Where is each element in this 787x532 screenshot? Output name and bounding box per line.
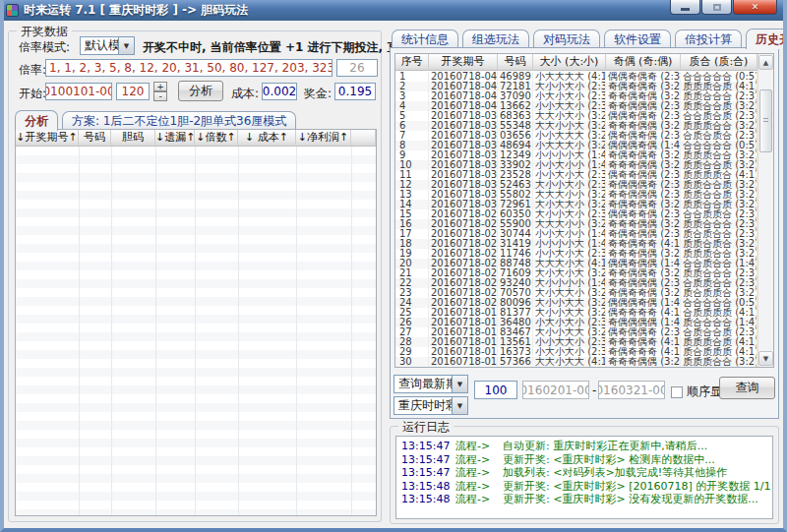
rate-sequence-input[interactable]: 1, 1, 2, 3, 5, 8, 12, 20, 31, 50, 80, 12… [45,59,333,77]
analysis-col-header[interactable]: ↓开奖期号↑ [16,130,79,147]
history-row[interactable]: 2520160718-01981377大小小大大 (3:2)偶奇奇奇奇 (4:1… [395,308,757,318]
query-mode-select[interactable]: 查询最新期数 ▼ [394,375,468,393]
history-cell: 2 [395,82,429,91]
history-cell: 大小小小小 (1:4) [533,278,606,288]
history-row[interactable]: 2120160718-02371609大小大小大 (3:2)奇奇偶偶奇 (3:2… [395,268,757,278]
query-count-input[interactable]: 100 [474,381,517,399]
log-time: 13:15:48 [401,493,455,506]
checkbox-icon[interactable] [671,386,683,398]
stepper-up-button[interactable]: + [153,82,167,91]
history-row[interactable]: 620160718-03855348大大小小大 (3:2)奇奇奇偶偶 (3:2)… [395,121,757,131]
tab-0[interactable]: 分析 [15,110,58,131]
history-row[interactable]: 1420160718-03072961大小大大小 (3:2)奇偶奇偶奇 (3:2… [395,200,757,209]
rate-count-value: 26 [349,61,364,75]
history-row[interactable]: 2720160718-01783467大小小大大 (3:2)偶奇偶偶奇 (2:3… [395,327,757,337]
rate-count-input[interactable]: 26 [336,59,378,77]
analysis-col-header[interactable]: ↓遗漏↑ [155,130,195,147]
history-col-header[interactable]: 开奖期号 [429,54,498,71]
tab-0[interactable]: 统计信息 [392,30,458,48]
history-row[interactable]: 3020160718-01457366大大小大大 (4:1)奇奇奇偶偶 (3:2… [395,357,757,367]
range-end-input[interactable]: 20160321-001 [598,381,665,399]
history-col-header[interactable]: 序号 [395,54,429,71]
history-cell: 20160718-031 [429,190,498,200]
chevron-down-icon[interactable]: ▼ [452,376,467,392]
log-tag: 流程-> [455,466,503,480]
scroll-up-icon[interactable]: ▲ [758,55,773,70]
history-row[interactable]: 1220160718-03252463大小小大小 (2:3)奇偶偶偶奇 (2:3… [395,180,757,190]
stepper-down-button[interactable]: - [153,91,167,101]
maximize-button[interactable] [701,0,732,15]
history-cell: 55802 [498,190,533,200]
history-col-header[interactable]: 号码 [498,54,533,71]
history-row[interactable]: 920160718-03512349小小小小大 (1:4)奇偶奇偶奇 (3:2)… [395,150,757,160]
history-row[interactable]: 220160718-04272181大小小大小 (2:3)奇偶奇偶奇 (3:2)… [395,82,757,91]
history-cell: 20160718-026 [429,239,498,249]
history-col-header[interactable]: 奇偶 (奇:偶) [606,54,681,71]
analysis-col-header[interactable]: 胆码 [111,130,155,147]
analysis-col-header[interactable]: ↓净利润↑ [296,130,351,147]
range-start-input[interactable]: 20160201-001 [522,381,589,399]
history-row[interactable]: 820160718-03648694小大大大小 (3:2)偶偶偶奇偶 (1:4)… [395,141,757,150]
history-row[interactable]: 1920160718-02511746小小大小大 (2:3)奇奇奇偶偶 (3:2… [395,249,757,259]
start-periods-input[interactable]: 120 [116,83,150,100]
history-row[interactable]: 420160718-04013662小小大大小 (2:3)奇奇偶偶偶 (2:3)… [395,101,757,111]
scrollbar-thumb[interactable] [759,89,772,152]
minimize-button[interactable] [670,0,700,15]
history-col-header[interactable]: 质合 (质:合) [681,54,757,71]
history-row[interactable]: 2620160718-01836480小大小大小 (2:3)奇偶偶偶偶 (1:4… [395,318,757,327]
history-cell: 20160718-033 [429,170,498,180]
history-row[interactable]: 1820160718-02631419小小小小大 (1:4)奇奇偶奇奇 (4:1… [395,239,757,249]
prize-input[interactable]: 0.195 [334,83,376,100]
history-table-scrollbar[interactable]: ▲ ▼ [757,54,773,367]
rate-mode-select[interactable]: 默认模式 ▼ [80,36,135,55]
start-issue-input[interactable]: 20100101-001 [45,83,112,100]
history-row[interactable]: 720160718-03703656小小大大大 (3:2)偶奇偶奇偶 (2:3)… [395,131,757,141]
history-row[interactable]: 2820160718-01613561小小大大小 (2:3)奇奇奇偶奇 (4:1… [395,337,757,347]
analysis-col-header[interactable]: ↓倍数↑ [195,130,238,147]
tab-1[interactable]: 组选玩法 [462,30,529,48]
history-row[interactable]: 1320160718-03155802大大大小小 (3:2)奇奇偶偶偶 (2:3… [395,190,757,200]
tab-1[interactable]: 方案: 1后二不定位1胆-2胆单式36厘模式 [62,111,296,130]
history-row[interactable]: 2420160718-02080096大小小大大 (3:2)偶偶偶奇偶 (1:4… [395,298,757,308]
history-row[interactable]: 520160718-03968363大大小大小 (3:2)偶偶奇偶奇 (2:3)… [395,111,757,121]
history-cell: 合合合合合 (0:5) [681,72,757,82]
lottery-select[interactable]: 重庆时时彩 ▼ [394,396,468,415]
history-cell: 23 [395,288,429,298]
history-row[interactable]: 1620160718-02855900大大大小小 (3:2)奇奇奇偶偶 (3:2… [395,219,757,229]
analysis-col-header[interactable]: 号码 [79,130,111,147]
history-cell: 合合质合合 (1:4) [681,259,757,268]
history-cell: 偶偶偶奇偶 (1:4) [606,141,681,150]
cost-input[interactable]: 0.002 [262,83,297,100]
history-row[interactable]: 2920160718-01516373小大小大小 (2:3)奇偶奇奇奇 (4:1… [395,347,757,357]
tab-5[interactable]: 历史开奖 [746,29,787,49]
start-label: 开始: [19,86,46,102]
history-cell: 大大小小大 (3:2) [533,121,606,131]
history-row[interactable]: 1520160718-02960350大小小大小 (2:3)偶偶奇奇偶 (2:3… [395,209,757,219]
history-col-header[interactable]: 大小 (大:小) [533,54,606,71]
analysis-table-body[interactable] [16,147,376,515]
tab-3[interactable]: 软件设置 [604,30,671,48]
query-button[interactable]: 查询 [719,377,775,399]
scrollbar-grip-icon [763,118,768,124]
chevron-down-icon[interactable]: ▼ [452,397,467,414]
history-row[interactable]: 1120160718-03323528小小大小大 (2:3)偶奇奇偶偶 (2:3… [395,170,757,180]
analysis-col-header[interactable]: ↓ 成本↑ [238,130,296,147]
chevron-down-icon[interactable]: ▼ [118,37,134,54]
titlebar[interactable]: 时来运转 7.1 [ 重庆时时彩 ] -> 胆码玩法 ✕ [0,0,787,21]
history-row[interactable]: 320160718-04137090小大小大小 (2:3)奇奇偶奇偶 (3:2)… [395,91,757,101]
history-row[interactable]: 2220160718-02293240大小小小小 (1:4)奇奇偶偶偶 (2:3… [395,278,757,288]
query-count-value: 100 [485,384,508,397]
history-row[interactable]: 120160718-04346989小大大大大 (4:1)偶偶奇偶奇 (2:3)… [395,72,757,82]
history-row[interactable]: 2320160718-02170570大小大大小 (3:2)奇偶奇奇偶 (3:2… [395,288,757,298]
close-button[interactable]: ✕ [733,0,777,15]
analyze-button[interactable]: 分析 [178,81,223,101]
tab-2[interactable]: 对码玩法 [533,30,600,48]
history-cell: 20160718-016 [429,337,498,347]
tab-4[interactable]: 倍投计算 [675,30,742,48]
history-row[interactable]: 1020160718-03433902小小大小小 (1:4)奇奇奇偶偶 (3:2… [395,160,757,170]
history-cell: 大小大大小 (3:2) [533,288,606,298]
history-row[interactable]: 2020160718-02488748大大大小大 (4:1)偶偶奇偶偶 (1:4… [395,259,757,268]
run-log-output[interactable]: 13:15:47流程->自动更新: 重庆时时彩正在更新中,请稍后...13:15… [395,436,773,519]
scroll-down-icon[interactable]: ▼ [758,351,773,366]
history-row[interactable]: 1720160718-02730744小小大小小 (1:4)奇偶奇偶偶 (2:3… [395,229,757,239]
